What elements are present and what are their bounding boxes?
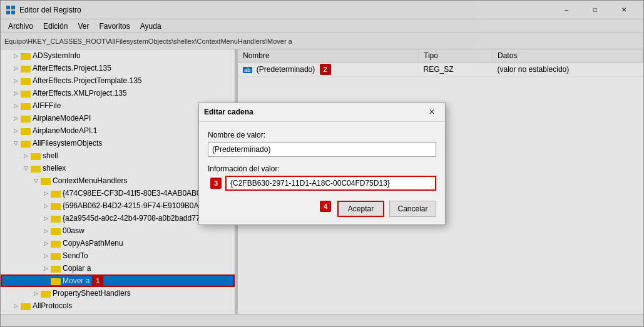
modal-footer: 4 Aceptar Cancelar <box>199 197 445 224</box>
modal-close-button[interactable]: ✕ <box>424 104 440 120</box>
informacion-label: Información del valor: <box>208 164 436 173</box>
modal-overlay: Editar cadena ✕ Nombre de valor: Informa… <box>0 0 644 327</box>
step3-label: 3 <box>210 178 222 189</box>
modal-body: Nombre de valor: Información del valor: … <box>199 122 445 197</box>
informacion-input[interactable] <box>225 176 436 191</box>
nombre-input[interactable] <box>208 142 436 157</box>
aceptar-button[interactable]: Aceptar <box>337 201 384 217</box>
edit-string-dialog: Editar cadena ✕ Nombre de valor: Informa… <box>198 103 446 225</box>
modal-title-bar: Editar cadena ✕ <box>199 103 445 122</box>
step4-label: 4 <box>320 201 331 212</box>
cancelar-button[interactable]: Cancelar <box>389 201 436 217</box>
modal-title: Editar cadena <box>204 108 424 116</box>
nombre-label: Nombre de valor: <box>208 131 436 139</box>
